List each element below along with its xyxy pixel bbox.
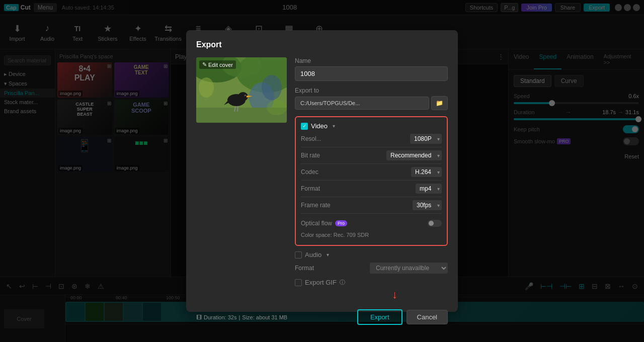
audio-format-select[interactable]: Currently unavailble (370, 263, 448, 274)
video-checkbox[interactable]: ✓ (301, 123, 308, 130)
cancel-button[interactable]: Cancel (407, 310, 448, 324)
svg-point-5 (262, 75, 282, 100)
export-gif-row: Export GIF ⓘ (295, 279, 448, 286)
name-row: Name (295, 57, 448, 81)
optical-flow-label: Optical flow Pro (301, 220, 347, 227)
format-label: Format (301, 185, 320, 192)
footer-duration: Duration: 32s (204, 314, 236, 320)
framerate-label: Frame rate (301, 202, 331, 209)
modal-title: Export (196, 40, 448, 49)
format-row: Format mp4 (301, 184, 442, 197)
framerate-select-wrap: 30fps (413, 200, 442, 210)
codec-row: Codec H.264 (301, 167, 442, 181)
bitrate-label: Bit rate (301, 152, 320, 159)
optical-flow-row: Optical flow Pro (301, 217, 442, 230)
name-input[interactable] (295, 66, 448, 81)
name-label: Name (295, 57, 448, 64)
export-button[interactable]: Export (357, 309, 403, 325)
video-expand-icon[interactable]: ▾ (333, 123, 335, 129)
format-select-wrap: mp4 (416, 184, 442, 194)
resolution-select[interactable]: 1080P (410, 134, 442, 144)
svg-point-14 (267, 100, 287, 115)
footer-size: Size: about 31 MB (242, 314, 287, 320)
svg-point-10 (245, 95, 246, 96)
edit-cover-label[interactable]: ✎ Edit cover (199, 60, 236, 69)
bitrate-select-wrap: Recommended (386, 150, 442, 160)
footer-separator: | (238, 314, 240, 320)
export-path-input[interactable] (295, 97, 429, 110)
framerate-row: Frame rate 30fps (301, 200, 442, 214)
footer-film-icon: 🎞 (196, 314, 202, 320)
svg-point-13 (199, 77, 214, 98)
video-header: ✓ Video ▾ (301, 122, 442, 130)
audio-expand-icon[interactable]: ▾ (327, 252, 329, 258)
resolution-select-wrap: 1080P (410, 134, 442, 144)
export-gif-label: Export GIF (305, 279, 337, 286)
video-title: Video (311, 122, 328, 130)
arrow-container: ↓ (196, 288, 448, 301)
export-modal: Export (186, 30, 458, 312)
export-path-row: 📁 (295, 96, 448, 110)
format-select[interactable]: mp4 (416, 184, 442, 194)
pro-badge-optical: Pro (335, 220, 347, 226)
audio-header: Audio ▾ (295, 251, 448, 259)
color-space-label: Color space: Rec. 709 SDR (301, 230, 442, 240)
resolution-label: Resol... (301, 135, 321, 142)
modal-footer: 🎞 Duration: 32s | Size: about 31 MB Expo… (196, 309, 448, 325)
svg-line-12 (237, 106, 238, 112)
codec-select[interactable]: H.264 (411, 167, 442, 177)
bitrate-select[interactable]: Recommended (386, 150, 442, 160)
audio-section: Audio ▾ Format Currently unavailble (295, 251, 448, 274)
resolution-row: Resol... 1080P (301, 134, 442, 147)
export-to-label: Export to (295, 87, 448, 94)
export-gif-checkbox[interactable] (295, 279, 302, 286)
modal-body: ✎ Edit cover Name Export to 📁 (196, 57, 448, 286)
audio-title: Audio (305, 251, 321, 259)
form-section: Name Export to 📁 ✓ (295, 57, 448, 286)
arrow-down-icon: ↓ (196, 288, 397, 301)
footer-buttons: Export Cancel (357, 309, 448, 325)
modal-overlay: Export (0, 0, 644, 342)
audio-checkbox[interactable] (295, 251, 302, 259)
pencil-icon: ✎ (202, 61, 207, 68)
check-mark: ✓ (302, 123, 306, 129)
folder-icon: 📁 (436, 100, 443, 107)
framerate-select[interactable]: 30fps (413, 200, 442, 210)
cover-section: ✎ Edit cover (196, 57, 287, 286)
export-gif-info-icon: ⓘ (340, 279, 345, 286)
audio-format-row: Format Currently unavailble (295, 263, 448, 274)
cover-image[interactable]: ✎ Edit cover (196, 57, 287, 123)
optical-flow-toggle[interactable] (428, 220, 442, 227)
codec-label: Codec (301, 168, 318, 176)
audio-format-label: Format (295, 265, 314, 272)
bitrate-row: Bit rate Recommended (301, 150, 442, 164)
video-settings-box: ✓ Video ▾ Resol... 1080P (295, 116, 448, 246)
export-to-row: Export to 📁 (295, 87, 448, 110)
footer-info: 🎞 Duration: 32s | Size: about 31 MB (196, 314, 287, 320)
browse-folder-button[interactable]: 📁 (431, 96, 448, 110)
codec-select-wrap: H.264 (411, 167, 442, 177)
optical-toggle-knob (429, 221, 434, 226)
